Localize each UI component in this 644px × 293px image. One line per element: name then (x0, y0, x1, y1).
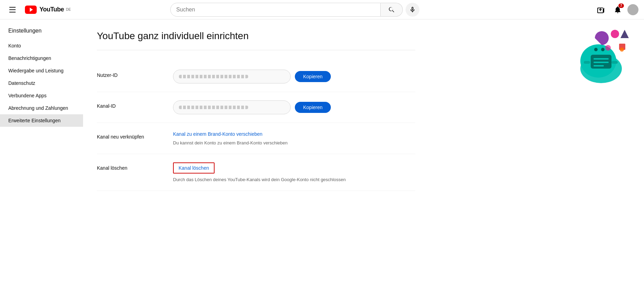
nutzer-id-blur (179, 75, 248, 78)
nutzer-id-content: Kopieren (173, 70, 415, 83)
header-left: YouTubeDE (6, 3, 82, 17)
kanal-id-field (173, 100, 291, 114)
search-icon (388, 6, 395, 13)
kanal-verknuepfen-description: Du kannst dein Konto zu einem Brand-Kont… (173, 140, 415, 145)
notifications-button[interactable]: 7 (611, 3, 625, 17)
svg-rect-7 (611, 61, 618, 64)
nutzer-id-label: Nutzer-ID (97, 70, 173, 78)
search-input[interactable] (171, 7, 380, 13)
kanal-loeschen-content: Kanal löschen Durch das Löschen deines Y… (173, 162, 415, 182)
header: YouTubeDE 7 (0, 0, 644, 19)
notification-badge: 7 (618, 3, 624, 8)
sidebar-item-abrechnung[interactable]: Abrechnung und Zahlungen (0, 102, 83, 114)
illustration-svg (573, 24, 636, 86)
kanal-id-copy-button[interactable]: Kopieren (295, 102, 331, 113)
sidebar-item-wiedergabe[interactable]: Wiedergabe und Leistung (0, 64, 83, 77)
sidebar: Einstellungen Konto Benachrichtigungen W… (0, 19, 83, 293)
svg-marker-9 (620, 30, 629, 38)
create-icon (597, 6, 605, 14)
sidebar-item-benachrichtigungen[interactable]: Benachrichtigungen (0, 52, 83, 64)
kanal-loeschen-label: Kanal löschen (97, 162, 173, 171)
svg-rect-5 (593, 65, 604, 66)
svg-rect-4 (593, 62, 609, 63)
kanal-verknuepfen-link[interactable]: Kanal zu einem Brand-Konto verschieben (173, 131, 415, 137)
nutzer-id-input-row: Kopieren (173, 70, 415, 83)
kanal-id-input-row: Kopieren (173, 100, 415, 114)
search-bar (170, 3, 381, 17)
search-button[interactable] (381, 3, 403, 17)
kanal-verknuepfen-content: Kanal zu einem Brand-Konto verschieben D… (173, 131, 415, 145)
kanal-id-blur (179, 106, 248, 109)
yt-wordmark: YouTube (39, 6, 64, 13)
create-button[interactable] (594, 3, 608, 17)
kanal-loeschen-link[interactable]: Kanal löschen (173, 162, 215, 174)
youtube-logo[interactable]: YouTubeDE (25, 6, 71, 14)
sidebar-title: Einstellungen (0, 28, 83, 39)
hamburger-icon (7, 4, 18, 15)
decorative-illustration (573, 24, 636, 86)
yt-logo-icon (25, 6, 37, 14)
yt-play-icon (25, 6, 37, 14)
main-content: YouTube ganz individuell einrichten Nutz… (83, 19, 429, 293)
svg-rect-3 (593, 58, 609, 60)
nutzer-id-row: Nutzer-ID Kopieren (97, 61, 415, 92)
nutzer-id-copy-button[interactable]: Kopieren (295, 71, 331, 82)
kanal-loeschen-description: Durch das Löschen deines YouTube-Kanals … (173, 177, 415, 182)
mic-icon (409, 6, 416, 13)
svg-point-13 (594, 48, 598, 51)
svg-point-8 (611, 30, 619, 38)
sidebar-item-konto[interactable]: Konto (0, 39, 83, 52)
voice-search-button[interactable] (406, 3, 419, 17)
search-area (170, 3, 419, 17)
sidebar-item-datenschutz[interactable]: Datenschutz (0, 77, 83, 89)
kanal-id-content: Kopieren (173, 100, 415, 114)
svg-rect-6 (584, 61, 590, 64)
divider (97, 50, 415, 50)
kanal-verknuepfen-row: Kanal neu verknüpfen Kanal zu einem Bran… (97, 123, 415, 154)
page-layout: Einstellungen Konto Benachrichtigungen W… (0, 19, 644, 293)
hamburger-menu-button[interactable] (6, 3, 19, 17)
header-right: 7 (594, 3, 638, 17)
svg-point-12 (620, 47, 624, 52)
kanal-id-label: Kanal-ID (97, 100, 173, 109)
kanal-id-row: Kanal-ID Kopieren (97, 92, 415, 123)
sidebar-item-erweitert[interactable]: Erweiterte Einstellungen (0, 114, 83, 127)
kanal-loeschen-row: Kanal löschen Kanal löschen Durch das Lö… (97, 154, 415, 191)
sidebar-item-verbundene-apps[interactable]: Verbundene Apps (0, 89, 83, 102)
page-title: YouTube ganz individuell einrichten (97, 30, 415, 42)
svg-point-11 (605, 45, 611, 51)
avatar[interactable] (627, 4, 638, 15)
nutzer-id-field (173, 70, 291, 83)
settings-section: Nutzer-ID Kopieren Kanal-ID (97, 61, 415, 191)
kanal-verknuepfen-label: Kanal neu verknüpfen (97, 131, 173, 140)
svg-point-14 (601, 48, 605, 51)
yt-country-label: DE (66, 8, 71, 11)
